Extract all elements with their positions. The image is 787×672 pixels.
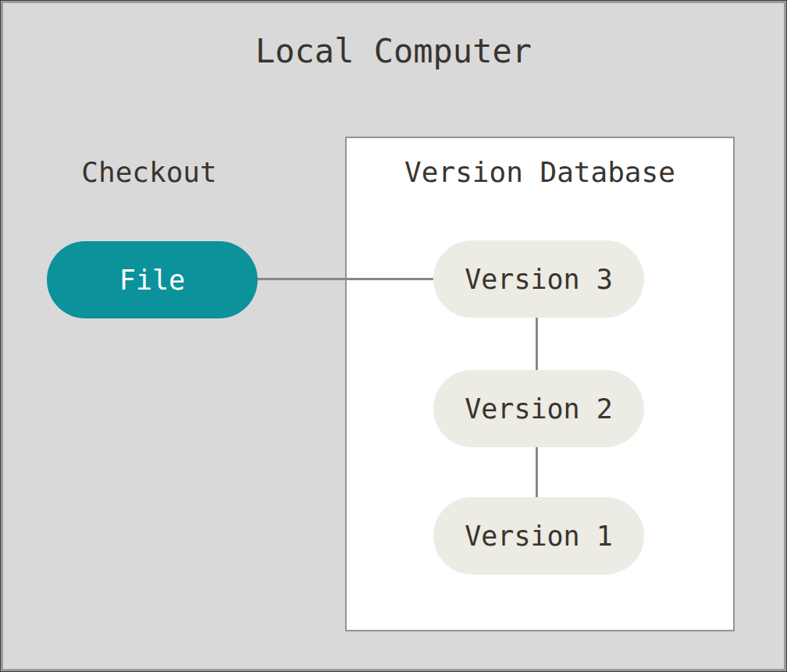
- version-node-2: Version 2: [433, 370, 644, 447]
- version-database-title: Version Database: [345, 155, 735, 189]
- diagram-title: Local Computer: [0, 32, 787, 71]
- version-node-2-label: Version 2: [465, 393, 613, 425]
- version-node-1: Version 1: [433, 497, 644, 574]
- file-node: File: [47, 241, 258, 318]
- file-node-label: File: [119, 265, 185, 296]
- version-node-1-label: Version 1: [465, 521, 613, 552]
- connector-version3-to-version2: [536, 317, 538, 371]
- connector-version2-to-version1: [536, 446, 538, 498]
- checkout-label: Checkout: [0, 155, 298, 189]
- local-computer-diagram: Local Computer Checkout Version Database…: [0, 0, 787, 672]
- version-node-3: Version 3: [433, 240, 644, 318]
- connector-file-to-version3: [255, 278, 434, 280]
- version-node-3-label: Version 3: [465, 264, 613, 295]
